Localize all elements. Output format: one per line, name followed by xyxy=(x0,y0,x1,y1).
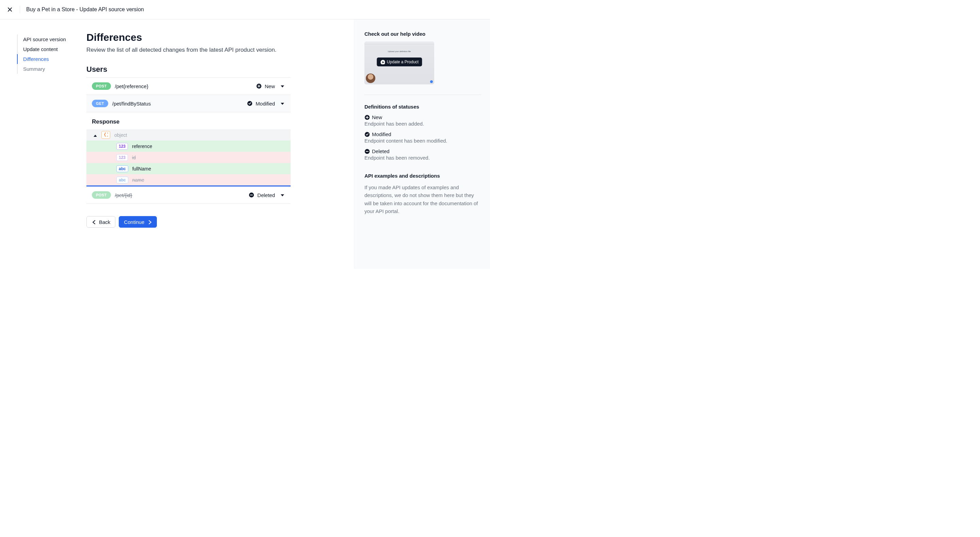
close-button[interactable] xyxy=(6,6,14,13)
tree-row-removed: 123 id xyxy=(86,152,291,163)
method-badge: GET xyxy=(92,100,108,107)
definition-title: New xyxy=(372,114,382,120)
schema-tree: object 123 reference 123 id xyxy=(86,129,291,185)
endpoint-status: New xyxy=(256,83,275,89)
method-badge: POST xyxy=(92,191,111,199)
main-content: Differences Review the list of all detec… xyxy=(86,19,291,269)
examples-heading: API examples and descriptions xyxy=(364,173,481,178)
definition-desc: Endpoint has been added. xyxy=(364,121,481,127)
help-video-thumbnail[interactable]: Upload your definition file Update a Pro… xyxy=(364,41,434,84)
expand-icon[interactable] xyxy=(280,193,285,198)
definition-desc: Endpoint has been removed. xyxy=(364,155,481,161)
page-subtitle: Review the list of all detected changes … xyxy=(86,47,291,53)
help-panel: Check out our help video Upload your def… xyxy=(354,19,490,269)
continue-button[interactable]: Continue xyxy=(119,216,157,228)
status-label: New xyxy=(265,83,275,89)
string-type-icon: abc xyxy=(116,166,128,172)
expand-icon[interactable] xyxy=(280,101,285,106)
collapse-icon[interactable] xyxy=(92,133,97,137)
tree-row-removed: abc name xyxy=(86,174,291,185)
field-name: name xyxy=(132,177,144,183)
section-title-users: Users xyxy=(86,65,291,74)
chat-dot-icon xyxy=(430,80,433,83)
avatar xyxy=(366,73,375,83)
status-label: Deleted xyxy=(257,192,275,198)
tree-root-label: object xyxy=(115,132,127,138)
status-label: Modified xyxy=(256,101,275,107)
endpoint-row[interactable]: POST /pet/{id} Deleted xyxy=(86,186,291,204)
definition-desc: Endpoint content has been modified. xyxy=(364,138,481,143)
video-frame-title: Upload your definition file xyxy=(388,50,411,53)
endpoint-row[interactable]: GET /pet/findByStatus Modified xyxy=(86,95,291,112)
definition-item: New Endpoint has been added. xyxy=(364,114,481,127)
play-icon xyxy=(380,59,385,64)
number-type-icon: 123 xyxy=(116,143,128,150)
string-type-icon: abc xyxy=(116,177,128,183)
field-name: reference xyxy=(132,143,152,149)
field-name: id xyxy=(132,155,136,160)
back-label: Back xyxy=(99,219,110,225)
response-block: Response object 123 xyxy=(86,112,291,186)
endpoint-path: /pet/findByStatus xyxy=(112,101,247,107)
plus-circle-icon xyxy=(364,115,369,120)
nav-step-differences[interactable]: Differences xyxy=(18,54,86,64)
definitions-heading: Definitions of statuses xyxy=(364,104,481,110)
response-title: Response xyxy=(86,112,291,129)
tree-row-root[interactable]: object xyxy=(86,129,291,140)
definition-item: Modified Endpoint content has been modif… xyxy=(364,131,481,143)
braces-icon xyxy=(102,131,110,139)
endpoint-status: Modified xyxy=(247,100,275,107)
nav-step-update-content[interactable]: Update content xyxy=(18,44,86,54)
plus-circle-icon xyxy=(256,83,262,89)
nav-step-api-source-version[interactable]: API source version xyxy=(18,34,86,44)
minus-circle-icon xyxy=(248,192,255,198)
field-name: fullName xyxy=(132,166,151,172)
divider xyxy=(20,6,20,13)
step-nav: API source version Update content Differ… xyxy=(0,19,86,269)
examples-body: If you made API updates of examples and … xyxy=(364,183,481,215)
top-header: Buy a Pet in a Store - Update API source… xyxy=(0,0,490,19)
method-badge: POST xyxy=(92,82,111,90)
endpoint-row[interactable]: POST /pet{reference} New xyxy=(86,78,291,95)
definition-item: Deleted Endpoint has been removed. xyxy=(364,148,481,161)
page-title: Differences xyxy=(86,32,291,43)
help-video-heading: Check out our help video xyxy=(364,31,481,37)
tree-row-added: abc fullName xyxy=(86,163,291,174)
definition-title: Modified xyxy=(372,131,391,137)
back-button[interactable]: Back xyxy=(86,216,115,228)
video-play-label: Update a Product xyxy=(377,57,422,66)
minus-circle-icon xyxy=(364,149,369,154)
arrow-right-icon xyxy=(147,220,152,224)
arrow-left-icon xyxy=(92,220,96,224)
endpoint-path: /pet{reference} xyxy=(115,83,256,89)
definition-title: Deleted xyxy=(372,148,390,154)
footer-actions: Back Continue xyxy=(86,204,291,228)
endpoint-list: POST /pet{reference} New GET /pet/findBy… xyxy=(86,77,291,204)
endpoint-status: Deleted xyxy=(248,192,275,198)
endpoint-path: /pet/{id} xyxy=(115,192,249,198)
check-circle-icon xyxy=(364,132,369,137)
continue-label: Continue xyxy=(124,219,144,225)
tree-row-added: 123 reference xyxy=(86,140,291,152)
number-type-icon: 123 xyxy=(116,154,128,161)
expand-icon[interactable] xyxy=(280,84,285,88)
close-icon xyxy=(7,7,13,12)
breadcrumb: Buy a Pet in a Store - Update API source… xyxy=(26,6,144,13)
check-circle-icon xyxy=(247,100,253,107)
nav-step-summary[interactable]: Summary xyxy=(18,64,86,74)
